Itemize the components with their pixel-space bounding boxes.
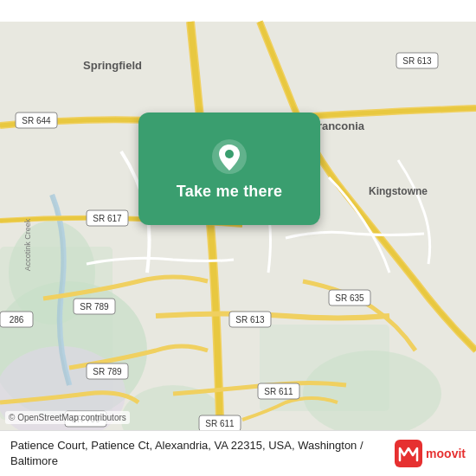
svg-text:SR 789: SR 789 — [80, 302, 109, 312]
svg-text:Springfield: Springfield — [83, 59, 142, 72]
svg-text:SR 789: SR 789 — [93, 367, 122, 376]
map-attribution: © OpenStreetMap contributors — [5, 411, 130, 424]
moovit-logo: moovit — [395, 440, 466, 467]
svg-text:Kingstowne: Kingstowne — [369, 185, 428, 197]
bottom-bar: Patience Court, Patience Ct, Alexandria,… — [0, 430, 476, 476]
svg-point-35 — [225, 150, 234, 158]
svg-text:SR 611: SR 611 — [205, 419, 235, 428]
svg-text:SR 617: SR 617 — [93, 214, 122, 223]
svg-text:SR 635: SR 635 — [335, 293, 364, 303]
svg-text:Accotink Creek: Accotink Creek — [23, 218, 32, 271]
svg-text:SR 611: SR 611 — [264, 387, 293, 396]
moovit-icon — [395, 440, 422, 467]
take-me-there-button[interactable]: Take me there — [138, 113, 320, 225]
svg-point-6 — [303, 351, 441, 437]
svg-text:SR 644: SR 644 — [22, 116, 51, 125]
svg-text:SR 613: SR 613 — [402, 56, 432, 66]
address-label: Patience Court, Patience Ct, Alexandria,… — [10, 438, 386, 469]
take-me-there-label: Take me there — [177, 183, 282, 201]
moovit-brand-text: moovit — [426, 447, 466, 460]
map-background: SR 613 SR 644 SR 617 SR 789 SR 789 SR 79… — [0, 0, 476, 476]
location-pin-icon — [210, 138, 248, 176]
map-container: SR 613 SR 644 SR 617 SR 789 SR 789 SR 79… — [0, 0, 476, 476]
attribution-text: © OpenStreetMap contributors — [9, 413, 126, 422]
svg-text:286: 286 — [10, 315, 24, 325]
svg-text:SR 613: SR 613 — [235, 315, 265, 325]
